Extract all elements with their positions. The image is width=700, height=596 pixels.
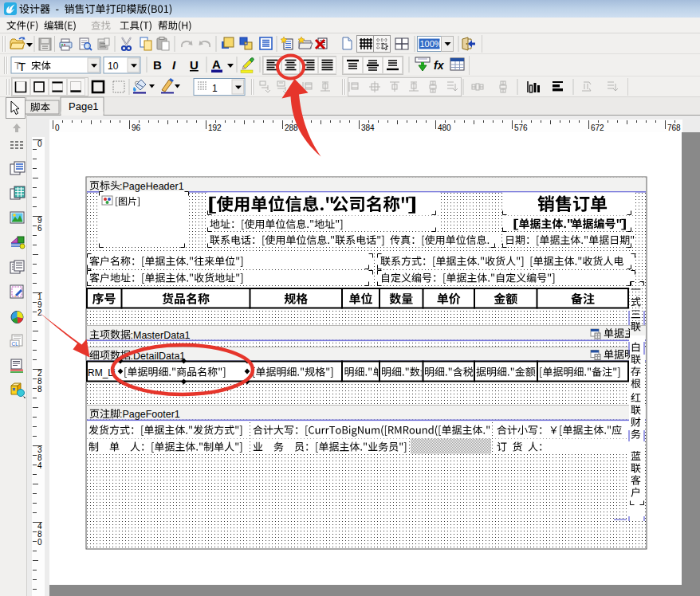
svg-text:6: 6 [37, 224, 42, 233]
svg-text:192: 192 [208, 124, 222, 132]
svg-text:fx: fx [434, 59, 445, 72]
svg-text::MasterData1: :MasterData1 [131, 330, 191, 341]
svg-text:768: 768 [667, 124, 681, 132]
svg-text:672: 672 [591, 124, 604, 132]
svg-text:480: 480 [438, 124, 451, 132]
svg-text:1: 1 [212, 83, 218, 94]
svg-text:T: T [18, 60, 26, 73]
svg-text:0: 0 [55, 124, 60, 132]
svg-text::PageFooter1: :PageFooter1 [120, 409, 180, 420]
svg-text:96: 96 [132, 124, 141, 132]
svg-text:B: B [153, 58, 162, 72]
svg-text:576: 576 [514, 124, 528, 132]
svg-text:384: 384 [361, 124, 375, 132]
svg-text:100%: 100% [420, 39, 442, 49]
svg-text:Page1: Page1 [69, 100, 99, 112]
svg-text:A: A [212, 57, 221, 71]
svg-text:0: 0 [37, 139, 42, 148]
svg-text:10: 10 [108, 61, 119, 72]
svg-text::PageHeader1: :PageHeader1 [120, 181, 184, 192]
svg-text:4: 4 [37, 461, 42, 470]
svg-text:288: 288 [285, 124, 298, 132]
svg-text:U: U [190, 58, 199, 72]
svg-text:0: 0 [37, 538, 42, 547]
svg-text:8: 8 [37, 385, 42, 394]
svg-text:2: 2 [37, 308, 42, 317]
svg-text:CL: CL [12, 341, 19, 347]
